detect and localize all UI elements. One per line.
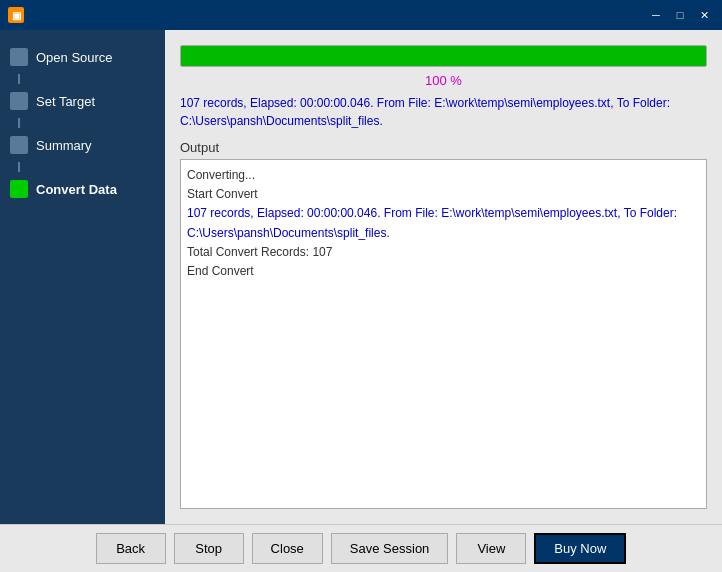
convert-data-step-icon — [10, 180, 28, 198]
output-label: Output — [180, 140, 707, 155]
title-bar-controls: ─ □ ✕ — [646, 7, 714, 23]
output-line: Start Convert — [187, 185, 700, 204]
summary-step-icon — [10, 136, 28, 154]
close-button[interactable]: Close — [252, 533, 323, 564]
back-button[interactable]: Back — [96, 533, 166, 564]
title-bar: ▣ ─ □ ✕ — [0, 0, 722, 30]
app-icon: ▣ — [8, 7, 24, 23]
save-session-button[interactable]: Save Session — [331, 533, 449, 564]
sidebar-item-open-source[interactable]: Open Source — [0, 40, 165, 74]
close-window-button[interactable]: ✕ — [694, 7, 714, 23]
maximize-button[interactable]: □ — [670, 7, 690, 23]
progress-info-line1: 107 records, Elapsed: 00:00:00.046. From… — [180, 96, 670, 110]
main-content: Open Source Set Target Summary Convert D… — [0, 30, 722, 524]
connector-2 — [18, 118, 20, 128]
minimize-button[interactable]: ─ — [646, 7, 666, 23]
set-target-step-icon — [10, 92, 28, 110]
progress-info-line2: C:\Users\pansh\Documents\split_files. — [180, 114, 383, 128]
open-source-label: Open Source — [36, 50, 113, 65]
output-line: Total Convert Records: 107 — [187, 243, 700, 262]
open-source-step-icon — [10, 48, 28, 66]
sidebar: Open Source Set Target Summary Convert D… — [0, 30, 165, 524]
sidebar-item-set-target[interactable]: Set Target — [0, 84, 165, 118]
output-line: C:\Users\pansh\Documents\split_files. — [187, 224, 700, 243]
sidebar-item-summary[interactable]: Summary — [0, 128, 165, 162]
summary-label: Summary — [36, 138, 92, 153]
buy-now-button[interactable]: Buy Now — [534, 533, 626, 564]
progress-area: 100 % 107 records, Elapsed: 00:00:00.046… — [180, 45, 707, 130]
view-button[interactable]: View — [456, 533, 526, 564]
output-section: Output Converting...Start Convert107 rec… — [180, 140, 707, 509]
right-panel: 100 % 107 records, Elapsed: 00:00:00.046… — [165, 30, 722, 524]
output-line: Converting... — [187, 166, 700, 185]
bottom-bar: Back Stop Close Save Session View Buy No… — [0, 524, 722, 572]
convert-data-label: Convert Data — [36, 182, 117, 197]
sidebar-item-convert-data[interactable]: Convert Data — [0, 172, 165, 206]
progress-bar-fill — [181, 46, 706, 66]
output-box[interactable]: Converting...Start Convert107 records, E… — [180, 159, 707, 509]
stop-button[interactable]: Stop — [174, 533, 244, 564]
output-line: 107 records, Elapsed: 00:00:00.046. From… — [187, 204, 700, 223]
progress-info: 107 records, Elapsed: 00:00:00.046. From… — [180, 94, 707, 130]
set-target-label: Set Target — [36, 94, 95, 109]
title-bar-left: ▣ — [8, 7, 30, 23]
progress-bar-container — [180, 45, 707, 67]
output-line: End Convert — [187, 262, 700, 281]
connector-3 — [18, 162, 20, 172]
progress-percent: 100 % — [180, 73, 707, 88]
connector-1 — [18, 74, 20, 84]
